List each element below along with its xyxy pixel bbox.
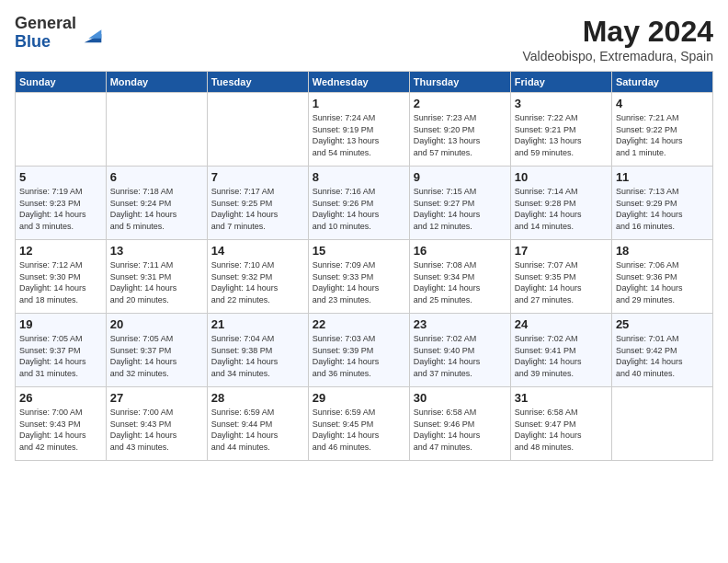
day-number: 10 (515, 170, 608, 184)
calendar-cell (611, 387, 712, 461)
header-thursday: Thursday (409, 72, 510, 93)
day-info: Sunrise: 6:59 AM Sunset: 9:44 PM Dayligh… (211, 407, 304, 453)
day-number: 1 (313, 97, 405, 110)
day-number: 24 (515, 317, 608, 331)
calendar-cell: 16Sunrise: 7:08 AM Sunset: 9:34 PM Dayli… (409, 240, 510, 314)
day-info: Sunrise: 7:08 AM Sunset: 9:34 PM Dayligh… (414, 259, 506, 305)
day-number: 4 (616, 97, 709, 110)
location: Valdeobispo, Extremadura, Spain (522, 49, 713, 63)
calendar-cell: 20Sunrise: 7:05 AM Sunset: 9:37 PM Dayli… (106, 314, 207, 387)
day-info: Sunrise: 7:03 AM Sunset: 9:39 PM Dayligh… (313, 333, 405, 379)
logo-text: General Blue (15, 15, 76, 52)
header-tuesday: Tuesday (207, 72, 308, 93)
day-number: 11 (616, 170, 709, 184)
day-info: Sunrise: 7:11 AM Sunset: 9:31 PM Dayligh… (110, 259, 203, 305)
day-info: Sunrise: 7:00 AM Sunset: 9:43 PM Dayligh… (19, 407, 102, 453)
calendar-cell: 22Sunrise: 7:03 AM Sunset: 9:39 PM Dayli… (308, 314, 409, 387)
week-row-5: 26Sunrise: 7:00 AM Sunset: 9:43 PM Dayli… (16, 387, 713, 461)
day-info: Sunrise: 6:58 AM Sunset: 9:46 PM Dayligh… (414, 407, 506, 453)
day-info: Sunrise: 7:23 AM Sunset: 9:20 PM Dayligh… (414, 112, 506, 158)
calendar-cell: 23Sunrise: 7:02 AM Sunset: 9:40 PM Dayli… (409, 314, 510, 387)
calendar-cell (106, 93, 207, 167)
day-number: 5 (19, 170, 102, 184)
day-info: Sunrise: 7:05 AM Sunset: 9:37 PM Dayligh… (110, 333, 203, 379)
day-number: 26 (19, 391, 102, 405)
calendar-cell: 9Sunrise: 7:15 AM Sunset: 9:27 PM Daylig… (409, 167, 510, 240)
calendar-cell: 3Sunrise: 7:22 AM Sunset: 9:21 PM Daylig… (510, 93, 611, 167)
day-info: Sunrise: 7:00 AM Sunset: 9:43 PM Dayligh… (110, 407, 203, 453)
page-header: General Blue May 2024 Valdeobispo, Extre… (15, 15, 713, 63)
calendar-cell: 26Sunrise: 7:00 AM Sunset: 9:43 PM Dayli… (16, 387, 107, 461)
calendar-cell: 6Sunrise: 7:18 AM Sunset: 9:24 PM Daylig… (106, 167, 207, 240)
week-row-3: 12Sunrise: 7:12 AM Sunset: 9:30 PM Dayli… (16, 240, 713, 314)
day-number: 3 (515, 97, 608, 110)
day-info: Sunrise: 7:24 AM Sunset: 9:19 PM Dayligh… (313, 112, 405, 158)
day-number: 9 (414, 170, 506, 184)
logo-general: General (15, 15, 76, 33)
day-number: 16 (414, 244, 506, 258)
day-info: Sunrise: 7:12 AM Sunset: 9:30 PM Dayligh… (19, 259, 102, 305)
day-info: Sunrise: 7:21 AM Sunset: 9:22 PM Dayligh… (616, 112, 709, 158)
day-number: 18 (616, 244, 709, 258)
day-number: 22 (313, 317, 405, 331)
day-number: 30 (414, 391, 506, 405)
calendar-table: SundayMondayTuesdayWednesdayThursdayFrid… (15, 71, 713, 461)
calendar-cell: 15Sunrise: 7:09 AM Sunset: 9:33 PM Dayli… (308, 240, 409, 314)
day-info: Sunrise: 7:02 AM Sunset: 9:40 PM Dayligh… (414, 333, 506, 379)
day-number: 20 (110, 317, 203, 331)
day-info: Sunrise: 7:02 AM Sunset: 9:41 PM Dayligh… (515, 333, 608, 379)
day-info: Sunrise: 7:15 AM Sunset: 9:27 PM Dayligh… (414, 186, 506, 232)
day-number: 12 (19, 244, 102, 258)
title-block: May 2024 Valdeobispo, Extremadura, Spain (522, 15, 713, 63)
day-number: 31 (515, 391, 608, 405)
day-info: Sunrise: 7:10 AM Sunset: 9:32 PM Dayligh… (211, 259, 304, 305)
week-row-4: 19Sunrise: 7:05 AM Sunset: 9:37 PM Dayli… (16, 314, 713, 387)
header-sunday: Sunday (16, 72, 107, 93)
header-saturday: Saturday (611, 72, 712, 93)
logo-blue: Blue (15, 33, 76, 52)
calendar-cell: 13Sunrise: 7:11 AM Sunset: 9:31 PM Dayli… (106, 240, 207, 314)
day-number: 14 (211, 244, 304, 258)
day-info: Sunrise: 7:13 AM Sunset: 9:29 PM Dayligh… (616, 186, 709, 232)
calendar-cell (16, 93, 107, 167)
logo: General Blue (15, 15, 106, 52)
header-monday: Monday (106, 72, 207, 93)
calendar-cell: 4Sunrise: 7:21 AM Sunset: 9:22 PM Daylig… (611, 93, 712, 167)
calendar-cell: 14Sunrise: 7:10 AM Sunset: 9:32 PM Dayli… (207, 240, 308, 314)
day-info: Sunrise: 7:16 AM Sunset: 9:26 PM Dayligh… (313, 186, 405, 232)
calendar-cell: 27Sunrise: 7:00 AM Sunset: 9:43 PM Dayli… (106, 387, 207, 461)
calendar-cell: 19Sunrise: 7:05 AM Sunset: 9:37 PM Dayli… (16, 314, 107, 387)
day-info: Sunrise: 7:06 AM Sunset: 9:36 PM Dayligh… (616, 259, 709, 305)
calendar-cell: 30Sunrise: 6:58 AM Sunset: 9:46 PM Dayli… (409, 387, 510, 461)
day-info: Sunrise: 7:04 AM Sunset: 9:38 PM Dayligh… (211, 333, 304, 379)
svg-marker-1 (88, 29, 101, 38)
month-title: May 2024 (522, 15, 713, 49)
week-row-2: 5Sunrise: 7:19 AM Sunset: 9:23 PM Daylig… (16, 167, 713, 240)
calendar-cell: 18Sunrise: 7:06 AM Sunset: 9:36 PM Dayli… (611, 240, 712, 314)
header-friday: Friday (510, 72, 611, 93)
calendar-cell: 17Sunrise: 7:07 AM Sunset: 9:35 PM Dayli… (510, 240, 611, 314)
day-number: 21 (211, 317, 304, 331)
day-info: Sunrise: 7:22 AM Sunset: 9:21 PM Dayligh… (515, 112, 608, 158)
day-number: 28 (211, 391, 304, 405)
day-number: 29 (313, 391, 405, 405)
day-number: 7 (211, 170, 304, 184)
calendar-cell: 28Sunrise: 6:59 AM Sunset: 9:44 PM Dayli… (207, 387, 308, 461)
calendar-cell: 11Sunrise: 7:13 AM Sunset: 9:29 PM Dayli… (611, 167, 712, 240)
header-row: SundayMondayTuesdayWednesdayThursdayFrid… (16, 72, 713, 93)
day-info: Sunrise: 7:07 AM Sunset: 9:35 PM Dayligh… (515, 259, 608, 305)
day-number: 23 (414, 317, 506, 331)
day-info: Sunrise: 7:17 AM Sunset: 9:25 PM Dayligh… (211, 186, 304, 232)
day-number: 13 (110, 244, 203, 258)
calendar-cell: 5Sunrise: 7:19 AM Sunset: 9:23 PM Daylig… (16, 167, 107, 240)
day-info: Sunrise: 7:14 AM Sunset: 9:28 PM Dayligh… (515, 186, 608, 232)
calendar-cell: 10Sunrise: 7:14 AM Sunset: 9:28 PM Dayli… (510, 167, 611, 240)
calendar-cell (207, 93, 308, 167)
day-number: 19 (19, 317, 102, 331)
calendar-cell: 29Sunrise: 6:59 AM Sunset: 9:45 PM Dayli… (308, 387, 409, 461)
day-info: Sunrise: 7:18 AM Sunset: 9:24 PM Dayligh… (110, 186, 203, 232)
calendar-cell: 2Sunrise: 7:23 AM Sunset: 9:20 PM Daylig… (409, 93, 510, 167)
day-info: Sunrise: 7:05 AM Sunset: 9:37 PM Dayligh… (19, 333, 102, 379)
week-row-1: 1Sunrise: 7:24 AM Sunset: 9:19 PM Daylig… (16, 93, 713, 167)
calendar-cell: 12Sunrise: 7:12 AM Sunset: 9:30 PM Dayli… (16, 240, 107, 314)
